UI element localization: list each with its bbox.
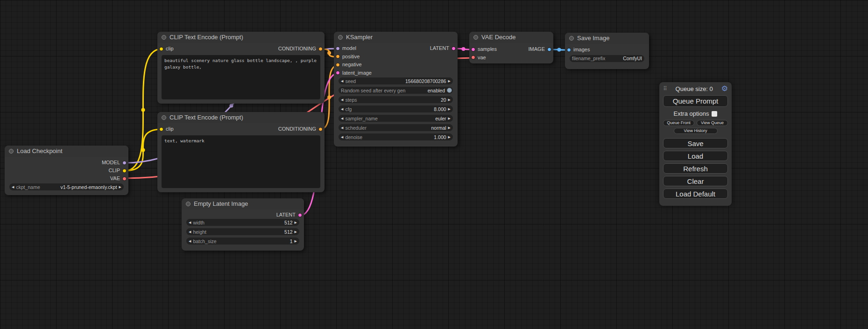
- increment-icon[interactable]: ▶: [448, 126, 451, 129]
- output-label: LATENT: [276, 211, 296, 219]
- widget-label: sampler_name: [345, 116, 377, 121]
- view-history-button[interactable]: View History: [674, 128, 718, 134]
- decrement-icon[interactable]: ◀: [12, 185, 14, 189]
- settings-gear-icon[interactable]: ⚙: [721, 85, 728, 92]
- vae-input-slot[interactable]: [471, 56, 475, 60]
- conditioning-output-slot[interactable]: [318, 127, 323, 131]
- batch-size-widget[interactable]: ◀ batch_size 1 ▶: [186, 238, 299, 245]
- increment-icon[interactable]: ▶: [448, 117, 451, 120]
- collapse-dot-icon[interactable]: [473, 35, 478, 40]
- seed-widget[interactable]: ◀ seed 156680208700286 ▶: [339, 77, 453, 84]
- collapse-dot-icon[interactable]: [338, 35, 343, 40]
- collapse-dot-icon[interactable]: [569, 36, 574, 41]
- node-title-bar[interactable]: CLIP Text Encode (Prompt): [157, 32, 325, 43]
- node-title-bar[interactable]: KSampler: [334, 32, 458, 43]
- latent-output-slot[interactable]: [298, 213, 302, 217]
- node-title-bar[interactable]: Empty Latent Image: [182, 198, 304, 210]
- decrement-icon[interactable]: ◀: [341, 107, 343, 111]
- load-default-button[interactable]: Load Default: [663, 189, 728, 199]
- toggle-knob-icon[interactable]: [447, 88, 452, 93]
- load-button[interactable]: Load: [663, 151, 728, 161]
- cfg-widget[interactable]: ◀ cfg 8.000 ▶: [339, 105, 453, 112]
- model-input-slot[interactable]: [336, 46, 340, 50]
- clip-output-slot[interactable]: [122, 168, 127, 173]
- increment-icon[interactable]: ▶: [448, 79, 451, 83]
- decrement-icon[interactable]: ◀: [341, 126, 343, 129]
- node-title-bar[interactable]: Save Image: [565, 33, 649, 44]
- denoise-widget[interactable]: ◀ denoise 1.000 ▶: [339, 133, 453, 140]
- scheduler-widget[interactable]: ◀ scheduler normal ▶: [339, 124, 453, 131]
- filename-prefix-widget[interactable]: filename_prefix ComfyUI: [570, 55, 644, 62]
- steps-widget[interactable]: ◀ steps 20 ▶: [339, 96, 453, 103]
- decrement-icon[interactable]: ◀: [341, 135, 343, 139]
- node-title-bar[interactable]: VAE Decode: [469, 32, 553, 43]
- collapse-dot-icon[interactable]: [162, 35, 166, 40]
- decrement-icon[interactable]: ◀: [341, 79, 343, 83]
- decrement-icon[interactable]: ◀: [189, 221, 191, 224]
- node-vae-decode[interactable]: VAE Decode samples IMAGE vae: [469, 32, 553, 63]
- collapse-dot-icon[interactable]: [162, 115, 166, 120]
- ckpt-name-widget[interactable]: ◀ ckpt_name v1-5-pruned-emaonly.ckpt ▶: [9, 183, 124, 190]
- positive-input-slot[interactable]: [336, 55, 340, 59]
- random-seed-toggle-widget[interactable]: Random seed after every gen enabled: [339, 87, 453, 94]
- node-title-bar[interactable]: CLIP Text Encode (Prompt): [157, 112, 325, 123]
- node-load-checkpoint[interactable]: Load Checkpoint MODEL CLIP VAE ◀ ckpt_na…: [5, 146, 128, 195]
- history-row: View History: [663, 128, 728, 134]
- increment-icon[interactable]: ▶: [119, 185, 121, 189]
- node-title: Empty Latent Image: [194, 200, 248, 207]
- latent-image-input-slot[interactable]: [336, 71, 340, 75]
- positive-prompt-textarea[interactable]: beautiful scenery nature glass bottle la…: [162, 55, 320, 99]
- widget-value: 20: [441, 97, 446, 103]
- increment-icon[interactable]: ▶: [295, 230, 297, 233]
- collapse-dot-icon[interactable]: [9, 149, 14, 154]
- image-output-slot[interactable]: [547, 47, 551, 51]
- increment-icon[interactable]: ▶: [448, 98, 451, 101]
- negative-input-slot[interactable]: [336, 63, 340, 67]
- node-empty-latent-image[interactable]: Empty Latent Image LATENT ◀ width 512 ▶ …: [182, 198, 304, 251]
- input-label: vae: [478, 54, 486, 62]
- node-clip-text-encode-negative[interactable]: CLIP Text Encode (Prompt) clip CONDITION…: [157, 112, 325, 192]
- decrement-icon[interactable]: ◀: [341, 117, 343, 120]
- clear-button[interactable]: Clear: [663, 176, 728, 186]
- output-row: MODEL: [5, 159, 128, 167]
- conditioning-output-slot[interactable]: [318, 47, 323, 51]
- width-widget[interactable]: ◀ width 512 ▶: [186, 219, 299, 226]
- queue-prompt-button[interactable]: Queue Prompt: [663, 95, 728, 107]
- output-label: CLIP: [109, 167, 120, 175]
- images-input-slot[interactable]: [567, 48, 571, 52]
- increment-icon[interactable]: ▶: [448, 107, 451, 111]
- wire-midpoint-dot: [141, 148, 145, 152]
- drag-handle-icon[interactable]: ⠿: [663, 85, 667, 92]
- increment-icon[interactable]: ▶: [448, 135, 451, 139]
- node-title-bar[interactable]: Load Checkpoint: [5, 146, 128, 157]
- input-label: model: [342, 44, 356, 53]
- node-ksampler[interactable]: KSampler model LATENT positive negative …: [334, 32, 458, 147]
- increment-icon[interactable]: ▶: [295, 239, 297, 243]
- clip-input-slot[interactable]: [159, 127, 163, 131]
- comfyui-canvas[interactable]: Load Checkpoint MODEL CLIP VAE ◀ ckpt_na…: [0, 0, 868, 329]
- sampler-name-widget[interactable]: ◀ sampler_name euler ▶: [339, 115, 453, 122]
- refresh-button[interactable]: Refresh: [663, 163, 728, 174]
- node-clip-text-encode-positive[interactable]: CLIP Text Encode (Prompt) clip CONDITION…: [157, 32, 325, 104]
- widget-value: 1.000: [434, 134, 446, 140]
- slot-row: clip CONDITIONING: [157, 125, 325, 133]
- extra-options-checkbox[interactable]: [712, 111, 717, 117]
- collapse-dot-icon[interactable]: [186, 202, 191, 206]
- negative-prompt-textarea[interactable]: text, watermark: [162, 135, 320, 188]
- view-queue-button[interactable]: View Queue: [697, 120, 728, 126]
- output-label: MODEL: [102, 159, 120, 167]
- samples-input-slot[interactable]: [471, 47, 475, 51]
- decrement-icon[interactable]: ◀: [189, 230, 191, 233]
- save-button[interactable]: Save: [663, 138, 728, 148]
- widget-label: batch_size: [193, 238, 216, 244]
- node-save-image[interactable]: Save Image images filename_prefix ComfyU…: [565, 33, 649, 69]
- increment-icon[interactable]: ▶: [295, 221, 297, 224]
- decrement-icon[interactable]: ◀: [189, 239, 191, 243]
- clip-input-slot[interactable]: [159, 47, 163, 51]
- model-output-slot[interactable]: [122, 161, 127, 165]
- decrement-icon[interactable]: ◀: [341, 98, 343, 101]
- height-widget[interactable]: ◀ height 512 ▶: [186, 228, 299, 235]
- latent-output-slot[interactable]: [452, 46, 456, 50]
- queue-front-button[interactable]: Queue Front: [663, 120, 694, 126]
- vae-output-slot[interactable]: [122, 176, 127, 181]
